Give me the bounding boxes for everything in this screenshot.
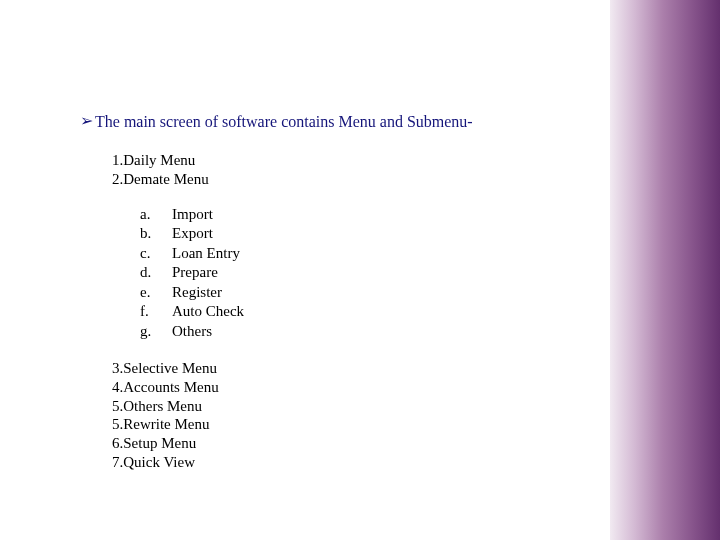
side-gradient-decor <box>610 0 720 540</box>
submenu-label: Auto Check <box>172 302 244 322</box>
submenu-item: e.Register <box>140 283 580 303</box>
submenu-marker: b. <box>140 224 172 244</box>
menu-item: 1.Daily Menu <box>112 151 580 170</box>
submenu-label: Import <box>172 205 213 225</box>
submenu-item: c.Loan Entry <box>140 244 580 264</box>
menu-list-bottom: 3.Selective Menu4.Accounts Menu5.Others … <box>112 359 580 472</box>
menu-item: 7.Quick View <box>112 453 580 472</box>
submenu-item: d.Prepare <box>140 263 580 283</box>
slide-content: ➢The main screen of software contains Me… <box>80 112 580 472</box>
chevron-right-icon: ➢ <box>80 111 93 130</box>
menu-item: 3.Selective Menu <box>112 359 580 378</box>
submenu-marker: c. <box>140 244 172 264</box>
submenu-marker: g. <box>140 322 172 342</box>
submenu-marker: a. <box>140 205 172 225</box>
submenu-marker: d. <box>140 263 172 283</box>
submenu-item: f. Auto Check <box>140 302 580 322</box>
menu-item: 5.Rewrite Menu <box>112 415 580 434</box>
submenu-label: Register <box>172 283 222 303</box>
submenu-label: Others <box>172 322 212 342</box>
submenu-item: a.Import <box>140 205 580 225</box>
submenu-list: a.Importb.Exportc.Loan Entryd.Preparee.R… <box>140 205 580 342</box>
submenu-marker: e. <box>140 283 172 303</box>
menu-list-top: 1.Daily Menu2.Demate Menu <box>112 151 580 189</box>
submenu-label: Loan Entry <box>172 244 240 264</box>
menu-item: 6.Setup Menu <box>112 434 580 453</box>
submenu-item: b.Export <box>140 224 580 244</box>
submenu-item: g.Others <box>140 322 580 342</box>
heading-line: ➢The main screen of software contains Me… <box>80 112 580 131</box>
submenu-label: Prepare <box>172 263 218 283</box>
menu-item: 4.Accounts Menu <box>112 378 580 397</box>
submenu-marker: f. <box>140 302 172 322</box>
menu-item: 5.Others Menu <box>112 397 580 416</box>
heading-text: The main screen of software contains Men… <box>95 113 473 130</box>
submenu-label: Export <box>172 224 213 244</box>
menu-item: 2.Demate Menu <box>112 170 580 189</box>
